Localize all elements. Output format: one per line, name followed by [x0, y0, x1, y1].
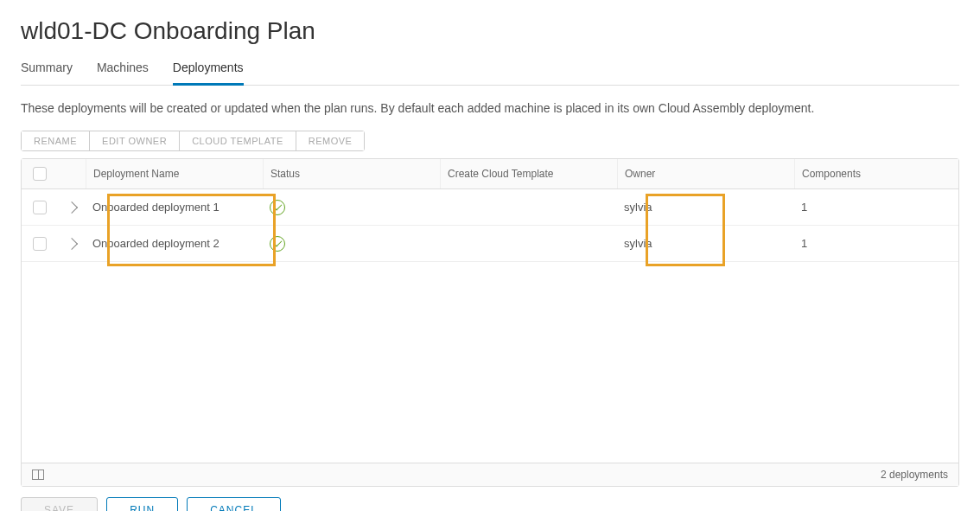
- tab-summary[interactable]: Summary: [21, 55, 73, 86]
- deployments-table: Deployment Name Status Create Cloud Temp…: [21, 158, 959, 487]
- check-circle-icon: [270, 236, 285, 252]
- table-footer: 2 deployments: [22, 463, 958, 486]
- cell-components: 1: [794, 228, 958, 259]
- table-row[interactable]: Onboarded deployment 1 sylvia 1: [22, 189, 958, 226]
- cell-components: 1: [794, 192, 958, 222]
- save-button[interactable]: SAVE: [21, 497, 98, 511]
- edit-owner-button[interactable]: EDIT OWNER: [90, 131, 180, 150]
- header-status[interactable]: Status: [263, 159, 440, 188]
- row-checkbox[interactable]: [33, 237, 47, 251]
- table-row[interactable]: Onboarded deployment 2 sylvia 1: [22, 226, 958, 262]
- cell-owner: sylvia: [617, 192, 794, 222]
- cell-deployment-name: Onboarded deployment 1: [86, 192, 263, 222]
- rename-button[interactable]: RENAME: [22, 131, 90, 150]
- cell-owner: sylvia: [617, 228, 794, 259]
- tabs: Summary Machines Deployments: [21, 55, 959, 86]
- columns-icon[interactable]: [32, 469, 44, 480]
- table-body: Onboarded deployment 1 sylvia 1 Onboarde…: [22, 189, 958, 463]
- header-deployment-name[interactable]: Deployment Name: [86, 159, 263, 188]
- table-header: Deployment Name Status Create Cloud Temp…: [22, 159, 958, 189]
- cell-deployment-name: Onboarded deployment 2: [86, 228, 263, 259]
- tab-machines[interactable]: Machines: [97, 55, 149, 86]
- toolbar: RENAME EDIT OWNER CLOUD TEMPLATE REMOVE: [21, 131, 365, 151]
- tab-deployments[interactable]: Deployments: [173, 55, 244, 86]
- run-button[interactable]: RUN: [106, 497, 178, 511]
- description-text: These deployments will be created or upd…: [21, 101, 959, 115]
- remove-button[interactable]: REMOVE: [296, 131, 365, 150]
- select-all-checkbox[interactable]: [33, 167, 47, 181]
- header-create-cloud-template[interactable]: Create Cloud Template: [440, 159, 617, 188]
- row-checkbox[interactable]: [33, 201, 47, 214]
- footer-actions: SAVE RUN CANCEL: [21, 497, 959, 511]
- chevron-right-icon[interactable]: [66, 201, 78, 213]
- header-components[interactable]: Components: [794, 159, 958, 188]
- header-owner[interactable]: Owner: [617, 159, 794, 188]
- cancel-button[interactable]: CANCEL: [187, 497, 281, 511]
- cloud-template-button[interactable]: CLOUD TEMPLATE: [180, 131, 296, 150]
- cell-template: [440, 199, 617, 216]
- cell-template: [440, 235, 617, 252]
- chevron-right-icon[interactable]: [66, 237, 78, 249]
- check-circle-icon: [270, 200, 285, 215]
- footer-count: 2 deployments: [881, 469, 948, 481]
- page-title: wld01-DC Onboarding Plan: [21, 17, 959, 45]
